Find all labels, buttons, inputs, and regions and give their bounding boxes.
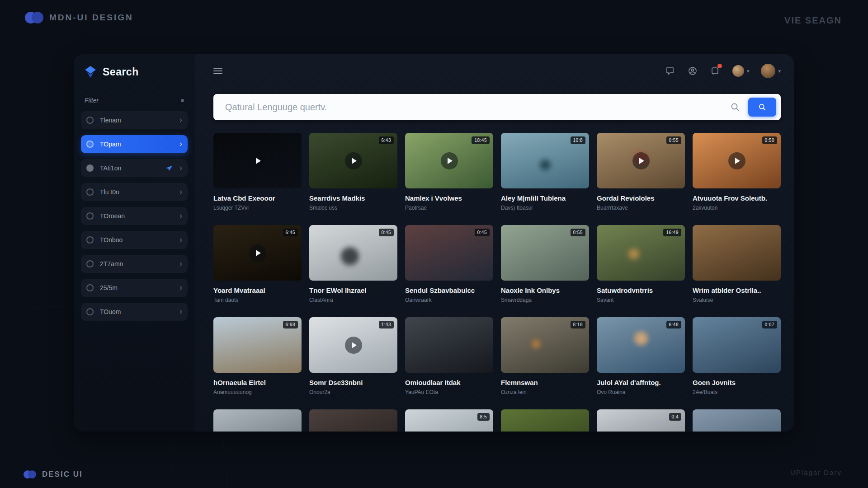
video-thumbnail[interactable]: 8:18 (501, 317, 589, 373)
video-meta: hOrnaeula Eirtel Anamuuuuunog (213, 379, 302, 395)
play-button-icon[interactable] (441, 152, 458, 169)
video-card[interactable]: Omioudlaar Itdak YauPAu EOta (405, 317, 493, 409)
video-card[interactable]: 0:55 Naoxle Ink Onlbys Smavrddaga (501, 225, 589, 317)
duration-badge: 0:50 (762, 136, 777, 144)
play-button-icon[interactable] (632, 152, 650, 169)
search-bar (213, 94, 781, 120)
play-button-icon[interactable] (345, 337, 362, 354)
video-title: Goen Jovnits (693, 379, 781, 386)
video-thumbnail[interactable]: 0:07 (693, 317, 781, 373)
play-button-icon[interactable] (249, 152, 266, 169)
video-card[interactable] (213, 409, 302, 432)
user-circle-icon[interactable] (687, 66, 698, 76)
video-card[interactable]: 1:43 Somr Dse33nbni Onour2a (309, 317, 397, 409)
video-thumbnail[interactable]: 0:4 (597, 409, 685, 432)
video-thumbnail[interactable]: 10:8 (501, 133, 589, 188)
video-thumbnail[interactable]: 6:43 (309, 133, 397, 188)
chevron-down-icon: ▾ (747, 68, 750, 74)
video-thumbnail[interactable] (501, 409, 589, 432)
filter-list-item[interactable]: TOnboo › (81, 231, 188, 249)
video-card[interactable] (501, 409, 589, 432)
video-card[interactable]: 18:45 Namlex i Vvolwes Paotrsae (405, 133, 493, 225)
video-subtitle: Anamuuuuunog (213, 389, 302, 395)
video-thumbnail[interactable]: 16:49 (597, 225, 685, 281)
video-card[interactable]: 6:45 Yoard Mvatraaal Tam daots (213, 225, 302, 317)
thumbnail-subject (341, 247, 359, 265)
play-button-icon[interactable] (249, 244, 266, 262)
video-thumbnail[interactable]: 18:45 (405, 133, 493, 188)
video-thumbnail[interactable] (309, 409, 397, 432)
filter-item-label: TOroean (100, 212, 125, 220)
video-card[interactable]: 0:55 Gordal Reviololes Buarrrtaxave (597, 133, 685, 225)
top-brand-label: MDN-UI DESIGN (49, 13, 133, 23)
video-card[interactable]: 0:50 Atvuuota Frov Soleutb. 2akvuuton (693, 133, 781, 225)
video-card[interactable]: 16:49 Satuwdrodvntrris Savant (597, 225, 685, 317)
play-button-icon[interactable] (345, 152, 362, 169)
filter-list-item[interactable]: TOpam › (81, 135, 188, 153)
avatar-menu-main[interactable]: ▾ (761, 64, 781, 78)
video-card[interactable]: 6:43 Searrdivs Madkis Smalec uss (309, 133, 397, 225)
filter-list-item[interactable]: 2T7amn › (81, 255, 188, 273)
video-card[interactable]: 10:8 Aley M|mlilI Tublena Davs) Itoasul (501, 133, 589, 225)
video-thumbnail[interactable]: 0:55 (597, 133, 685, 188)
video-card[interactable] (693, 409, 781, 432)
video-thumbnail[interactable] (213, 409, 302, 432)
video-card[interactable]: Latva Cbd Exeooor Lsuqger TZVvl (213, 133, 302, 225)
filter-item-label: Tlu t0n (100, 188, 119, 196)
filter-list-item[interactable]: 25/5m › (81, 279, 188, 297)
video-card[interactable]: 0:45 Sendul Szbavbabulcc Oanwraark (405, 225, 493, 317)
filter-list-item[interactable]: TOuom › (81, 303, 188, 321)
video-thumbnail[interactable]: 6:48 (597, 317, 685, 373)
video-thumbnail[interactable]: 0:45 (405, 225, 493, 281)
video-thumbnail[interactable]: 8:5 (405, 409, 493, 432)
filter-list-item[interactable]: Tlenam › (81, 111, 188, 129)
video-thumbnail[interactable] (693, 225, 781, 281)
video-meta: Wrim atblder Ostrlla.. Svaluise (693, 286, 781, 303)
menu-icon[interactable] (213, 68, 222, 74)
play-button-icon[interactable] (728, 152, 745, 169)
video-thumbnail[interactable] (405, 317, 493, 373)
video-thumbnail[interactable]: 1:43 (309, 317, 397, 373)
video-card[interactable]: 8:5 (405, 409, 493, 432)
chevron-right-icon: › (179, 164, 182, 172)
video-thumbnail[interactable]: 6:45 (213, 225, 302, 281)
duration-badge: 0:07 (762, 321, 777, 328)
filter-list-item[interactable]: Tlu t0n › (81, 183, 188, 201)
video-thumbnail[interactable] (693, 409, 781, 432)
search-button[interactable] (748, 98, 776, 117)
video-card[interactable]: Wrim atblder Ostrlla.. Svaluise (693, 225, 781, 317)
notifications-icon[interactable] (710, 66, 721, 76)
filter-item-label: TOuom (100, 308, 121, 315)
video-card[interactable]: 0:4 (597, 409, 685, 432)
video-title: Searrdivs Madkis (309, 194, 397, 202)
filter-list-item[interactable]: TAti1on › (81, 159, 188, 177)
video-card[interactable]: 6:68 hOrnaeula Eirtel Anamuuuuunog (213, 317, 302, 409)
video-subtitle: Lsuqger TZVvl (213, 205, 302, 211)
video-thumbnail[interactable]: 6:68 (213, 317, 302, 373)
chevron-right-icon: › (179, 307, 182, 315)
video-title: Flemnswan (501, 379, 589, 386)
video-meta: Yoard Mvatraaal Tam daots (213, 286, 302, 303)
brand-logo-icon (24, 470, 36, 479)
chat-icon[interactable] (665, 66, 675, 76)
video-card[interactable] (309, 409, 397, 432)
bottom-brand: DESIC UI (24, 470, 83, 479)
search-input[interactable] (224, 102, 730, 113)
bottom-brand-label: DESIC UI (42, 470, 83, 479)
duration-badge: 16:49 (663, 229, 681, 236)
video-card[interactable]: 6:48 Julol AYal d'affntog. Ovo Ruaina (597, 317, 685, 409)
video-card[interactable]: 8:18 Flemnswan Oznza lein (501, 317, 589, 409)
radio-icon (86, 117, 94, 124)
duration-badge: 0:45 (475, 229, 490, 236)
video-thumbnail[interactable]: 0:55 (501, 225, 589, 281)
filter-list-item[interactable]: TOroean › (81, 207, 188, 225)
video-subtitle: YauPAu EOta (405, 389, 493, 395)
video-thumbnail[interactable]: 0:50 (693, 133, 781, 188)
filter-options-icon[interactable] (181, 99, 184, 102)
video-thumbnail[interactable] (213, 133, 302, 188)
video-card[interactable]: 0:07 Goen Jovnits 2Ae/Buats (693, 317, 781, 409)
video-card[interactable]: 0:45 Tnor EWol Ihzrael ClastAnra (309, 225, 397, 317)
chevron-right-icon: › (179, 140, 182, 148)
video-thumbnail[interactable]: 0:45 (309, 225, 397, 281)
avatar-menu-small[interactable]: ▾ (732, 65, 750, 77)
